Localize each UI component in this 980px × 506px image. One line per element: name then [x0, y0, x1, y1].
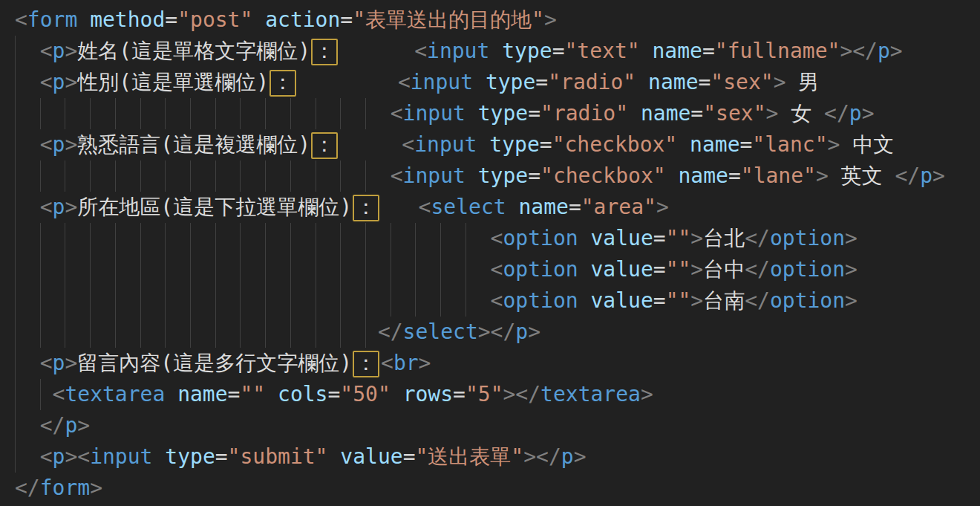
str-token: "radio"	[548, 70, 636, 94]
str-token: "lanc"	[752, 132, 827, 157]
indent-whitespace	[15, 351, 40, 375]
attr-token: value	[590, 288, 653, 313]
code-line[interactable]: <option value="">台南</option>	[0, 285, 980, 317]
code-line[interactable]: </form>	[0, 473, 980, 504]
tag-token: p	[53, 39, 65, 63]
sp-token	[677, 132, 690, 157]
tag-token: p	[878, 39, 890, 63]
tag-token: input	[403, 163, 466, 188]
attr-token: name	[648, 70, 698, 94]
code-line[interactable]: <input type="checkbox" name="lane"> 英文 <…	[0, 160, 980, 192]
txt-token: 熟悉語言(這是複選欄位)	[77, 132, 310, 157]
str-token: ""	[666, 288, 691, 313]
str-token: "area"	[581, 195, 656, 219]
brk-token: <	[491, 288, 503, 313]
brk-token: >	[828, 132, 840, 157]
tag-token: p	[53, 351, 65, 375]
brk-token: >	[523, 444, 536, 469]
brk-token: </	[852, 39, 878, 63]
sp-token	[77, 7, 90, 32]
tag-token: input	[90, 444, 152, 469]
tag-token: input	[403, 101, 466, 126]
code-line[interactable]: <input type="radio" name="sex"> 女 </p>	[0, 98, 980, 129]
brk-token: >	[419, 351, 431, 375]
code-line[interactable]: </select></p>	[0, 317, 980, 348]
code-line[interactable]: <form method="post" action="表單送出的目的地">	[0, 4, 980, 36]
unicode-highlight-box: ：	[353, 351, 379, 377]
str-token: "5"	[466, 382, 503, 406]
attr-token: type	[489, 132, 539, 157]
sp-token	[298, 70, 398, 94]
tag-token: p	[515, 320, 528, 344]
attr-token: name	[653, 39, 702, 63]
tag-token: p	[53, 70, 65, 94]
code-line[interactable]: <p>熟悉語言(這是複選欄位)： <input type="checkbox" …	[0, 129, 980, 160]
code-line[interactable]: <textarea name="" cols="50" rows="5"></t…	[0, 379, 980, 410]
code-line[interactable]: <p>性別(這是單選欄位)： <input type="radio" name=…	[0, 67, 980, 98]
brk-token: </	[378, 320, 403, 344]
sp-token	[381, 195, 419, 219]
str-token: "text"	[564, 39, 639, 63]
str-token: "checkbox"	[552, 132, 678, 157]
sp-token	[165, 382, 177, 406]
txt-token: 台北	[703, 226, 745, 250]
brk-token: >	[77, 413, 90, 438]
sp-token	[252, 7, 265, 32]
eq-token: =	[228, 382, 241, 406]
code-line[interactable]: <option value="">台北</option>	[0, 223, 980, 254]
code-line[interactable]: <p><input type="submit" value="送出表單"></p…	[0, 441, 980, 473]
code-line[interactable]: <option value="">台中</option>	[0, 254, 980, 285]
brk-token: </	[745, 226, 770, 250]
attr-token: action	[265, 7, 340, 32]
str-token: ""	[666, 257, 691, 282]
brk-token: </	[15, 476, 40, 500]
brk-token: <	[40, 70, 53, 94]
tag-token: p	[53, 195, 65, 219]
brk-token: </	[895, 163, 921, 188]
eq-token: =	[215, 444, 228, 469]
brk-token: >	[840, 39, 852, 63]
indent-whitespace	[15, 226, 491, 250]
txt-token: 台中	[703, 257, 745, 282]
brk-token: <	[414, 39, 427, 63]
code-line[interactable]: <p>姓名(這是單格文字欄位)： <input type="text" name…	[0, 36, 980, 67]
tag-token: form	[27, 7, 77, 32]
tag-token: p	[561, 444, 574, 469]
attr-token: type	[486, 70, 535, 94]
attr-token: type	[502, 39, 552, 63]
brk-token: <	[391, 101, 403, 126]
str-token: "fullname"	[715, 39, 840, 63]
code-line[interactable]: <p>留言內容(這是多行文字欄位)：<br>	[0, 348, 980, 379]
indent-whitespace	[15, 257, 491, 282]
code-line[interactable]: </p>	[0, 410, 980, 441]
eq-token: =	[540, 132, 552, 157]
txt-token: 英文	[829, 163, 895, 188]
eq-token: =	[569, 195, 581, 219]
brk-token: >	[845, 257, 858, 282]
attr-token: name	[641, 101, 690, 126]
tag-token: option	[770, 257, 845, 282]
unicode-highlight-box: ：	[311, 132, 338, 159]
str-token: "checkbox"	[540, 163, 666, 188]
sp-token	[265, 382, 278, 406]
brk-token: >	[845, 288, 858, 313]
brk-token: >	[862, 101, 875, 126]
brk-token: >	[544, 7, 557, 32]
sp-token	[477, 132, 489, 157]
eq-token: =	[340, 7, 353, 32]
sp-token	[466, 101, 478, 126]
txt-token: 女	[778, 101, 824, 126]
indent-whitespace	[15, 39, 40, 63]
tag-token: br	[393, 351, 419, 375]
str-token: "表單送出的目的地"	[353, 7, 544, 32]
tag-token: textarea	[65, 382, 165, 406]
sp-token	[391, 382, 403, 406]
brk-token: <	[398, 70, 411, 94]
indent-whitespace	[15, 195, 40, 219]
eq-token: =	[653, 288, 666, 313]
txt-token: 台南	[703, 288, 745, 313]
attr-token: name	[518, 195, 568, 219]
eq-token: =	[653, 257, 666, 282]
code-line[interactable]: <p>所在地區(這是下拉選單欄位)： <select name="area">	[0, 192, 980, 223]
code-editor[interactable]: <form method="post" action="表單送出的目的地"> <…	[0, 0, 980, 506]
